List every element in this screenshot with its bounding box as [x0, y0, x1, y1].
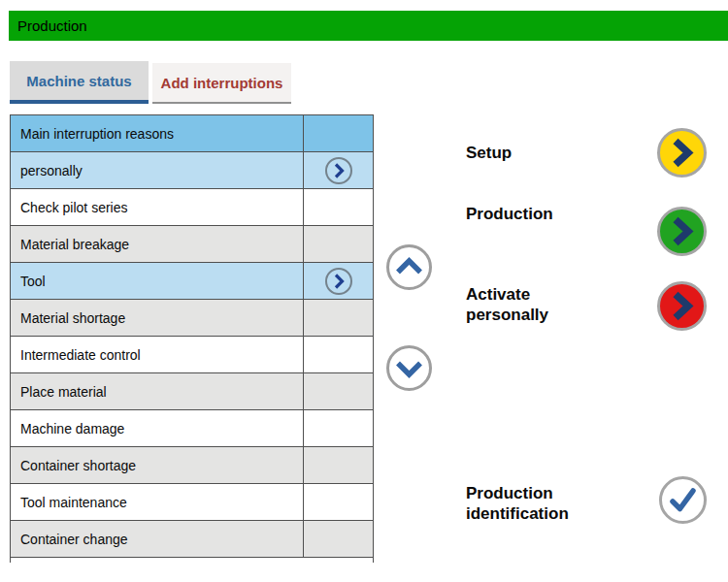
- row-label: personally: [11, 152, 304, 188]
- scroll-up-button[interactable]: [386, 244, 432, 290]
- table-row[interactable]: Tool: [10, 263, 374, 300]
- setup-button-label: Setup: [466, 143, 612, 163]
- tab-label: Machine status: [26, 73, 131, 89]
- table-header-button-cell: [304, 115, 373, 151]
- table-row[interactable]: Tool maintenance: [10, 484, 374, 521]
- table-row[interactable]: Place material: [10, 373, 374, 410]
- row-label: Check pilot series: [11, 189, 304, 225]
- chevron-right-icon: [660, 284, 704, 328]
- row-button-cell: [304, 484, 373, 520]
- chevron-down-icon: [389, 348, 429, 388]
- page-title: Production: [17, 17, 87, 34]
- production-button-label: Production: [466, 204, 612, 224]
- row-button-cell: [304, 447, 373, 483]
- row-detail-arrow-button[interactable]: [325, 157, 352, 184]
- setup-button[interactable]: [657, 128, 707, 178]
- activate-personally-button-label: Activate personally: [466, 284, 612, 325]
- table-row[interactable]: Material shortage: [10, 300, 374, 337]
- row-label: Material breakage: [11, 226, 304, 262]
- interruption-reasons-table: Main interruption reasonspersonallyCheck…: [10, 114, 374, 563]
- production-screen: Production Machine status Add interrupti…: [0, 0, 728, 582]
- table-row[interactable]: Check pilot series: [10, 189, 374, 226]
- row-button-cell: [304, 337, 373, 372]
- row-label: Container shortage: [11, 447, 304, 483]
- table-row-partial: [10, 558, 374, 563]
- page-title-bar: Production: [9, 11, 728, 41]
- chevron-up-icon: [389, 247, 429, 287]
- row-button-cell: [304, 410, 373, 446]
- table-header-label: Main interruption reasons: [11, 115, 304, 151]
- row-label: Machine damage: [11, 410, 304, 446]
- chevron-right-icon: [660, 131, 704, 175]
- table-row[interactable]: Container change: [10, 521, 374, 558]
- tab-label: Add interruptions: [161, 75, 283, 91]
- row-button-cell: [304, 521, 373, 557]
- row-label: Tool: [11, 263, 304, 299]
- production-identification-button-label: Production identification: [466, 483, 612, 524]
- row-button-cell: [304, 263, 373, 299]
- table-row[interactable]: Intermediate control: [10, 337, 374, 373]
- chevron-right-icon: [660, 210, 704, 253]
- tab-bar: Machine status Add interruptions: [10, 61, 291, 104]
- row-label: Material shortage: [11, 300, 304, 336]
- table-header-row: Main interruption reasons: [10, 115, 374, 152]
- row-label: Place material: [11, 373, 304, 409]
- row-button-cell: [304, 189, 373, 225]
- row-button-cell: [304, 152, 373, 188]
- tab-add-interruptions[interactable]: Add interruptions: [152, 63, 291, 104]
- chevron-right-icon: [327, 159, 350, 182]
- table-row[interactable]: Material breakage: [10, 226, 374, 263]
- tab-machine-status[interactable]: Machine status: [10, 61, 149, 104]
- row-button-cell: [304, 373, 373, 409]
- row-detail-arrow-button[interactable]: [325, 268, 352, 295]
- row-label: Intermediate control: [11, 337, 304, 372]
- table-row[interactable]: Machine damage: [10, 410, 374, 447]
- chevron-right-icon: [327, 270, 350, 293]
- production-button[interactable]: [657, 207, 707, 256]
- row-button-cell: [304, 300, 373, 336]
- row-label: Tool maintenance: [11, 484, 304, 520]
- row-label: Container change: [11, 521, 304, 557]
- activate-personally-button[interactable]: [657, 281, 707, 331]
- table-row[interactable]: Container shortage: [10, 447, 374, 484]
- production-identification-button[interactable]: [659, 476, 707, 524]
- row-button-cell: [304, 226, 373, 262]
- scroll-down-button[interactable]: [386, 345, 432, 391]
- table-row[interactable]: personally: [10, 152, 374, 189]
- check-icon: [662, 479, 704, 521]
